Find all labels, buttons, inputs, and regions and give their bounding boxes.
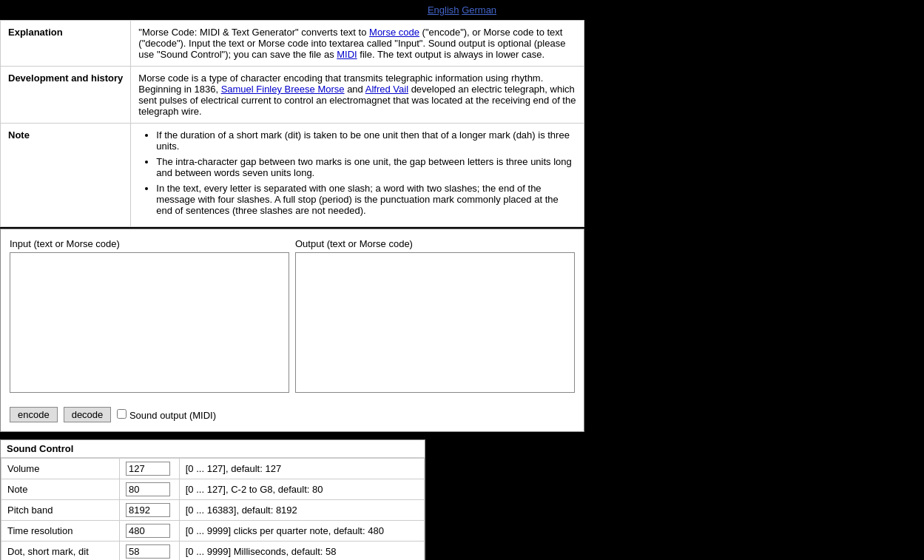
output-panel: Output (text or Morse code) xyxy=(292,235,578,398)
input-textarea[interactable] xyxy=(10,252,289,393)
volume-input[interactable] xyxy=(126,462,170,476)
volume-range: [0 ... 127], default: 127 xyxy=(179,459,424,479)
note-range: [0 ... 127], C-2 to G8, default: 80 xyxy=(179,479,424,500)
pitch-row: Pitch band [0 ... 16383], default: 8192 xyxy=(1,500,425,521)
encode-button[interactable]: encode xyxy=(10,407,58,422)
development-text-2: and xyxy=(345,84,365,95)
io-controls: encode decode Sound output (MIDI) xyxy=(7,404,578,425)
dot-input[interactable] xyxy=(126,544,170,559)
sound-control-header: Sound Control xyxy=(1,440,425,458)
sound-output-text: Sound output (MIDI) xyxy=(129,410,216,421)
samuel-link[interactable]: Samuel Finley Breese Morse xyxy=(221,84,345,95)
volume-label: Volume xyxy=(1,459,120,479)
time-resolution-label: Time resolution xyxy=(1,521,120,542)
info-table: Explanation "Morse Code: MIDI & Text Gen… xyxy=(0,20,584,227)
explanation-text-1: "Morse Code: MIDI & Text Generator" conv… xyxy=(138,27,369,38)
time-resolution-range: [0 ... 9999] clicks per quarter note, de… xyxy=(179,521,424,542)
page-container: English German Explanation "Morse Code: … xyxy=(0,0,924,560)
explanation-text-3: file. The text output is always in lower… xyxy=(357,49,544,60)
explanation-content: "Morse Code: MIDI & Text Generator" conv… xyxy=(131,21,584,67)
sound-table: Volume [0 ... 127], default: 127 Note [0… xyxy=(1,458,425,560)
note-input[interactable] xyxy=(126,482,170,496)
development-content: Morse code is a type of character encodi… xyxy=(131,67,584,124)
sound-control-section: Sound Control Volume [0 ... 127], defaul… xyxy=(0,439,425,560)
output-textarea[interactable] xyxy=(295,252,575,393)
morse-code-link[interactable]: Morse code xyxy=(369,27,419,38)
sound-output-checkbox[interactable] xyxy=(117,409,127,419)
german-link[interactable]: German xyxy=(462,4,496,16)
note-input-cell xyxy=(120,479,180,500)
time-resolution-input-cell xyxy=(120,521,180,542)
midi-link[interactable]: MIDI xyxy=(337,49,357,60)
volume-input-cell xyxy=(120,459,180,479)
input-label: Input (text or Morse code) xyxy=(10,238,289,249)
pitch-range: [0 ... 16383], default: 8192 xyxy=(179,500,424,521)
note-label: Note xyxy=(1,124,131,227)
output-label: Output (text or Morse code) xyxy=(295,238,575,249)
pitch-input[interactable] xyxy=(126,503,170,517)
development-label: Development and history xyxy=(1,67,131,124)
decode-button[interactable]: decode xyxy=(64,407,112,422)
note-item-1: If the duration of a short mark (dit) is… xyxy=(156,129,576,152)
explanation-label: Explanation xyxy=(1,21,131,67)
io-section: Input (text or Morse code) Output (text … xyxy=(0,229,584,432)
note-param-row: Note [0 ... 127], C-2 to G8, default: 80 xyxy=(1,479,425,500)
development-row: Development and history Morse code is a … xyxy=(1,67,584,124)
dot-input-cell xyxy=(120,542,180,561)
time-resolution-input[interactable] xyxy=(126,524,170,538)
alfred-link[interactable]: Alfred Vail xyxy=(365,84,408,95)
dot-row: Dot, short mark, dit [0 ... 9999] Millis… xyxy=(1,542,425,561)
dot-range: [0 ... 9999] Milliseconds, default: 58 xyxy=(179,542,424,561)
english-link[interactable]: English xyxy=(428,4,459,16)
volume-row: Volume [0 ... 127], default: 127 xyxy=(1,459,425,479)
header: English German xyxy=(0,0,924,20)
note-row: Note If the duration of a short mark (di… xyxy=(1,124,584,227)
note-item-3: In the text, every letter is separated w… xyxy=(156,183,576,216)
note-item-2: The intra-character gap between two mark… xyxy=(156,156,576,178)
input-panel: Input (text or Morse code) xyxy=(7,235,292,398)
pitch-label: Pitch band xyxy=(1,500,120,521)
note-list: If the duration of a short mark (dit) is… xyxy=(138,129,576,216)
sound-output-label[interactable]: Sound output (MIDI) xyxy=(117,409,216,421)
note-content: If the duration of a short mark (dit) is… xyxy=(131,124,584,227)
note-param-label: Note xyxy=(1,479,120,500)
dot-label: Dot, short mark, dit xyxy=(1,542,120,561)
time-resolution-row: Time resolution [0 ... 9999] clicks per … xyxy=(1,521,425,542)
io-panels: Input (text or Morse code) Output (text … xyxy=(7,235,578,398)
explanation-row: Explanation "Morse Code: MIDI & Text Gen… xyxy=(1,21,584,67)
pitch-input-cell xyxy=(120,500,180,521)
